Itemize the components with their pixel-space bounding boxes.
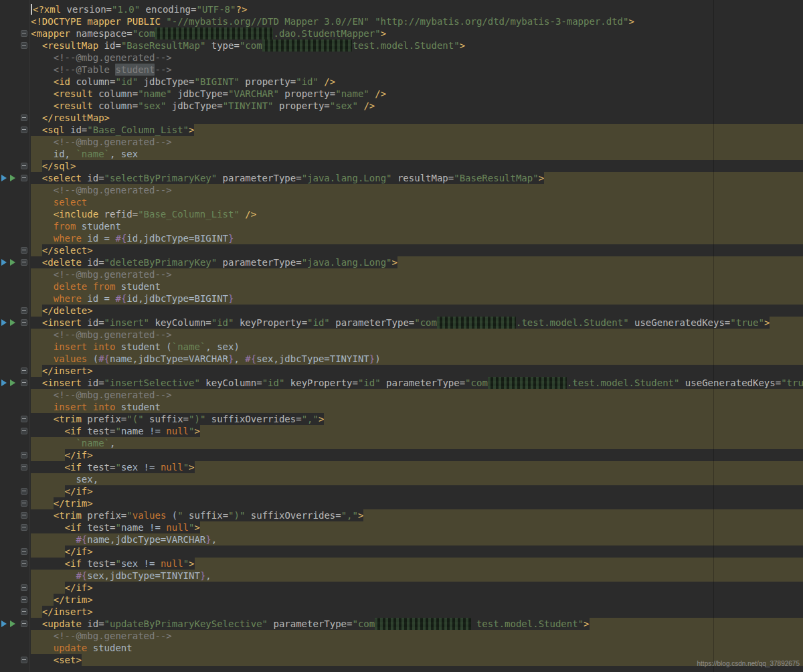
fold-icon[interactable] — [21, 416, 27, 422]
run-icon[interactable] — [10, 380, 15, 386]
code-area[interactable]: <?xml version="1.0" encoding="UTF-8"?><!… — [31, 0, 803, 672]
fold-icon[interactable] — [21, 380, 27, 386]
code-line[interactable]: <result column="sex" jdbcType="TINYINT" … — [31, 100, 803, 112]
code-line[interactable]: <mapper namespace="com .dao.StudentMappe… — [31, 27, 803, 39]
code-line[interactable]: id, `name`, sex — [31, 148, 803, 160]
code-line[interactable]: </resultMap> — [31, 112, 803, 124]
fold-icon[interactable] — [21, 548, 27, 555]
code-line[interactable]: #{sex,jdbcType=TINYINT}, — [31, 570, 803, 582]
code-line[interactable]: where id = #{id,jdbcType=BIGINT} — [31, 232, 803, 244]
code-line[interactable]: </sql> — [31, 160, 803, 172]
code-line[interactable]: <if test="sex != null"> — [31, 461, 803, 473]
code-line[interactable]: insert into student (`name`, sex) — [31, 341, 803, 353]
fold-icon[interactable] — [21, 247, 27, 254]
code-line[interactable]: <!--@mbg.generated--> — [31, 389, 803, 401]
code-line[interactable]: <if test="sex != null"> — [31, 558, 803, 570]
code-line[interactable]: where id = #{id,jdbcType=BIGINT} — [31, 292, 803, 305]
fold-icon[interactable] — [21, 42, 27, 49]
code-line[interactable]: <if test="name != null"> — [31, 521, 803, 533]
code-line[interactable]: <!--@mbg.generated--> — [31, 268, 803, 280]
fold-icon[interactable] — [21, 127, 27, 133]
code-line[interactable]: `name`, — [31, 437, 803, 449]
code-line[interactable]: delete from student — [31, 280, 803, 292]
code-line[interactable]: </trim> — [31, 497, 803, 509]
mybatis-nav-icon[interactable] — [1, 380, 7, 386]
code-line[interactable]: <sql id="Base_Column_List"> — [31, 124, 803, 136]
run-icon[interactable] — [10, 620, 15, 627]
code-line[interactable]: <!--@mbg.generated--> — [31, 136, 803, 148]
fold-icon[interactable] — [21, 500, 27, 507]
fold-icon[interactable] — [21, 114, 27, 121]
code-line[interactable]: <include refid="Base_Column_List" /> — [31, 208, 803, 220]
code-line[interactable]: <!--@mbg.generated--> — [31, 52, 803, 64]
code-line[interactable]: <insert id="insert" keyColumn="id" keyPr… — [31, 317, 803, 329]
fold-icon[interactable] — [21, 175, 27, 181]
code-line[interactable]: </insert> — [31, 606, 803, 618]
code-line[interactable]: <delete id="deleteByPrimaryKey" paramete… — [31, 256, 803, 268]
code-line[interactable]: </trim> — [31, 594, 803, 606]
fold-icon[interactable] — [21, 464, 27, 471]
mybatis-nav-icon[interactable] — [1, 175, 7, 181]
statement-marker-icons[interactable] — [1, 259, 15, 266]
injection-highlight-fill — [194, 124, 803, 136]
code-line[interactable]: <resultMap id="BaseResultMap" type="com … — [31, 39, 803, 52]
fold-icon[interactable] — [21, 259, 27, 266]
code-line[interactable]: <?xml version="1.0" encoding="UTF-8"?> — [31, 3, 803, 15]
code-line[interactable]: <id column="id" jdbcType="BIGINT" proper… — [31, 76, 803, 88]
fold-icon[interactable] — [21, 163, 27, 169]
mybatis-nav-icon[interactable] — [1, 259, 7, 266]
code-line[interactable]: select — [31, 196, 803, 208]
code-line[interactable]: <!DOCTYPE mapper PUBLIC "-//mybatis.org/… — [31, 15, 803, 27]
mybatis-nav-icon[interactable] — [1, 319, 7, 326]
fold-icon[interactable] — [21, 30, 27, 37]
fold-icon[interactable] — [21, 319, 27, 326]
statement-marker-icons[interactable] — [1, 620, 15, 627]
code-line[interactable]: update student — [31, 642, 803, 654]
code-line[interactable]: <!--@mbg.generated--> — [31, 184, 803, 196]
fold-icon[interactable] — [21, 428, 27, 434]
code-line[interactable]: </if> — [31, 545, 803, 558]
fold-icon[interactable] — [21, 620, 27, 627]
run-icon[interactable] — [10, 175, 15, 181]
fold-icon[interactable] — [21, 584, 27, 591]
code-line[interactable]: <!--@mbg.generated--> — [31, 630, 803, 642]
code-line[interactable]: <select id="selectByPrimaryKey" paramete… — [31, 172, 803, 184]
code-line[interactable]: </if> — [31, 449, 803, 461]
code-token: } — [228, 353, 234, 365]
code-line[interactable]: </delete> — [31, 305, 803, 317]
fold-icon[interactable] — [21, 560, 27, 567]
code-line[interactable]: <insert id="insertSelective" keyColumn="… — [31, 377, 803, 389]
fold-icon[interactable] — [21, 488, 27, 495]
code-line[interactable]: <!--@Table student--> — [31, 64, 803, 76]
code-line[interactable]: from student — [31, 220, 803, 232]
code-line[interactable]: <update id="updateByPrimaryKeySelective"… — [31, 618, 803, 630]
fold-icon[interactable] — [21, 307, 27, 314]
fold-icon[interactable] — [21, 596, 27, 603]
fold-icon[interactable] — [21, 367, 27, 374]
code-line[interactable]: values (#{name,jdbcType=VARCHAR}, #{sex,… — [31, 353, 803, 365]
code-line[interactable]: <trim prefix="values (" suffix=")" suffi… — [31, 509, 803, 521]
fold-icon[interactable] — [21, 608, 27, 615]
fold-icon[interactable] — [21, 657, 27, 663]
code-line[interactable]: <result column="name" jdbcType="VARCHAR"… — [31, 88, 803, 100]
code-line[interactable]: <if test="name != null"> — [31, 425, 803, 437]
code-line[interactable]: <trim prefix="(" suffix=")" suffixOverri… — [31, 413, 803, 425]
fold-icon[interactable] — [21, 524, 27, 531]
statement-marker-icons[interactable] — [1, 175, 15, 181]
statement-marker-icons[interactable] — [1, 319, 15, 326]
fold-icon[interactable] — [21, 512, 27, 519]
code-line[interactable]: </if> — [31, 485, 803, 497]
code-line[interactable]: </select> — [31, 244, 803, 256]
code-line[interactable]: sex, — [31, 473, 803, 485]
code-line[interactable]: </if> — [31, 582, 803, 594]
code-line[interactable]: #{name,jdbcType=VARCHAR}, — [31, 533, 803, 545]
code-line[interactable]: <set> — [31, 654, 803, 666]
mybatis-nav-icon[interactable] — [1, 620, 7, 627]
code-line[interactable]: insert into student — [31, 401, 803, 413]
run-icon[interactable] — [10, 259, 15, 266]
statement-marker-icons[interactable] — [1, 380, 15, 386]
run-icon[interactable] — [10, 319, 15, 326]
fold-icon[interactable] — [21, 452, 27, 458]
code-line[interactable]: <!--@mbg.generated--> — [31, 329, 803, 341]
code-line[interactable]: </insert> — [31, 365, 803, 377]
